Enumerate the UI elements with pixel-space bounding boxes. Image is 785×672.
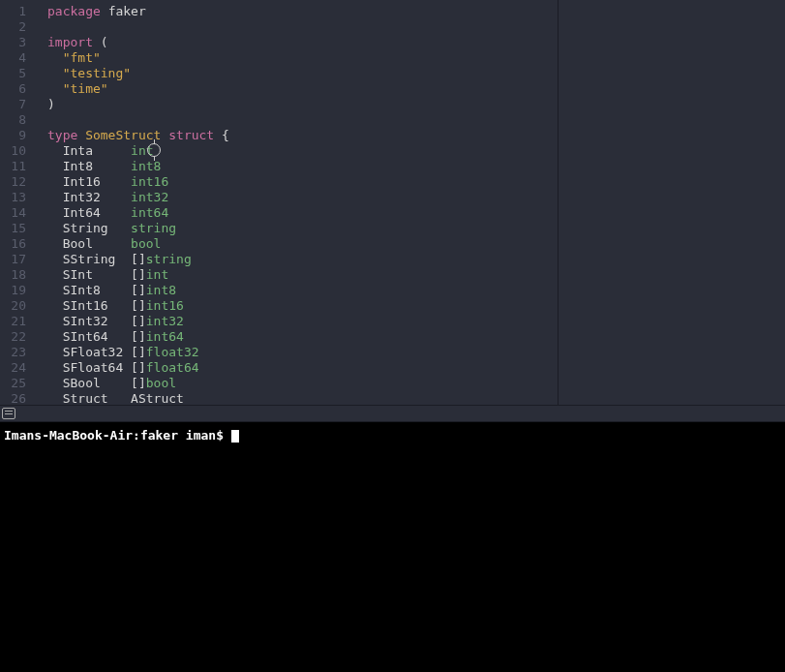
line-number: 15 [0, 221, 34, 236]
line-number: 9 [0, 128, 34, 143]
code-line[interactable]: SInt8 []int8 [47, 283, 785, 298]
keyboard-icon [2, 408, 15, 419]
code-line[interactable]: "fmt" [47, 50, 785, 66]
line-number: 22 [0, 329, 34, 345]
line-number: 5 [0, 66, 34, 81]
line-number: 8 [0, 112, 34, 128]
line-number: 24 [0, 360, 34, 376]
line-number: 11 [0, 159, 34, 174]
code-line[interactable]: type SomeStruct struct { [47, 128, 785, 143]
code-line[interactable]: SFloat32 []float32 [47, 345, 785, 360]
code-line[interactable]: Bool bool [47, 236, 785, 252]
terminal-pane[interactable]: Imans-MacBook-Air:faker iman$ [0, 422, 785, 672]
line-number: 7 [0, 97, 34, 112]
code-line[interactable]: package faker [47, 4, 785, 19]
code-line[interactable]: String string [47, 221, 785, 236]
code-line[interactable]: ) [47, 97, 785, 112]
panel-divider[interactable] [558, 0, 559, 405]
line-number: 4 [0, 50, 34, 66]
terminal-prompt-line[interactable]: Imans-MacBook-Air:faker iman$ [4, 428, 781, 443]
line-number: 14 [0, 205, 34, 221]
code-line[interactable]: Int64 int64 [47, 205, 785, 221]
terminal-cursor [231, 430, 239, 443]
line-number: 23 [0, 345, 34, 360]
line-number: 13 [0, 190, 34, 205]
code-line[interactable]: import ( [47, 35, 785, 50]
line-number: 18 [0, 267, 34, 283]
line-number: 2 [0, 19, 34, 35]
code-line[interactable]: Inta int [47, 143, 785, 159]
code-line[interactable]: "testing" [47, 66, 785, 81]
line-number: 21 [0, 314, 34, 329]
editor-pane[interactable]: 1234567891011121314151617181920212223242… [0, 0, 785, 405]
code-line[interactable]: SInt []int [47, 267, 785, 283]
code-line[interactable]: Struct AStruct [47, 391, 785, 407]
line-number: 17 [0, 252, 34, 267]
code-line[interactable]: SFloat64 []float64 [47, 360, 785, 376]
line-number: 6 [0, 81, 34, 97]
code-line[interactable]: SInt16 []int16 [47, 298, 785, 314]
code-line[interactable] [47, 112, 785, 128]
line-number: 12 [0, 174, 34, 190]
line-number: 20 [0, 298, 34, 314]
code-line[interactable]: SInt32 []int32 [47, 314, 785, 329]
line-number: 19 [0, 283, 34, 298]
line-number-gutter: 1234567891011121314151617181920212223242… [0, 0, 34, 405]
line-number: 16 [0, 236, 34, 252]
line-number: 26 [0, 391, 34, 407]
code-line[interactable]: Int8 int8 [47, 159, 785, 174]
line-number: 1 [0, 4, 34, 19]
status-bar [0, 405, 785, 422]
line-number: 3 [0, 35, 34, 50]
line-number: 25 [0, 376, 34, 391]
line-number: 10 [0, 143, 34, 159]
code-line[interactable]: Int32 int32 [47, 190, 785, 205]
code-line[interactable]: SBool []bool [47, 376, 785, 391]
code-line[interactable] [47, 19, 785, 35]
code-line[interactable]: SInt64 []int64 [47, 329, 785, 345]
code-area[interactable]: package fakerimport ( "fmt" "testing" "t… [34, 0, 785, 405]
code-line[interactable]: "time" [47, 81, 785, 97]
code-line[interactable]: Int16 int16 [47, 174, 785, 190]
code-line[interactable]: SString []string [47, 252, 785, 267]
terminal-prompt: Imans-MacBook-Air:faker iman$ [4, 428, 231, 443]
